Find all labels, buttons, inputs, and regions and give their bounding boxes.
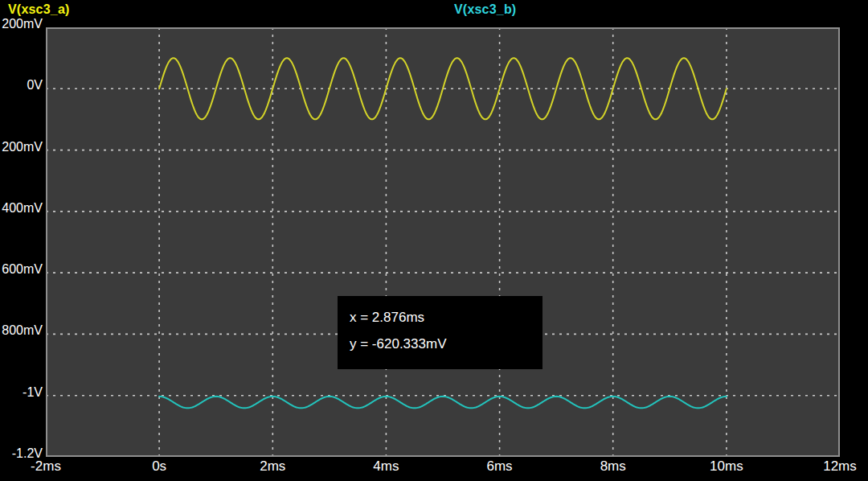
y-tick-label: 600mV xyxy=(0,262,43,277)
oscilloscope-plot-area[interactable] xyxy=(46,27,840,457)
y-tick-label: 400mV xyxy=(0,201,43,216)
trace-a-legend-label[interactable]: V(xsc3_a) xyxy=(8,2,70,17)
x-tick-label: 10ms xyxy=(710,458,743,475)
cursor-x-readout: x = 2.876ms xyxy=(350,310,542,326)
y-tick-label: 800mV xyxy=(0,323,43,338)
cursor-y-readout: y = -620.333mV xyxy=(350,336,542,352)
x-tick-label: 6ms xyxy=(487,458,513,475)
x-tick-label: 4ms xyxy=(373,458,399,475)
y-tick-label: 200mV xyxy=(0,17,43,31)
x-tick-label: 8ms xyxy=(600,458,626,475)
y-tick-label: 200mV xyxy=(0,140,43,154)
x-tick-label: -2ms xyxy=(31,458,61,475)
x-tick-label: 0s xyxy=(152,458,166,475)
plot-background xyxy=(46,27,840,457)
x-tick-label: 2ms xyxy=(260,458,285,475)
trace-b-legend-label[interactable]: V(xsc3_b) xyxy=(454,2,516,17)
y-tick-label: -1V xyxy=(0,385,43,400)
y-tick-label: 0V xyxy=(0,78,43,92)
x-tick-label: 12ms xyxy=(823,458,857,475)
grapher-window: V(xsc3_a) V(xsc3_b) 200mV0V200mV400mV600… xyxy=(0,0,868,481)
cursor-readout-box[interactable]: x = 2.876ms y = -620.333mV xyxy=(338,296,542,369)
